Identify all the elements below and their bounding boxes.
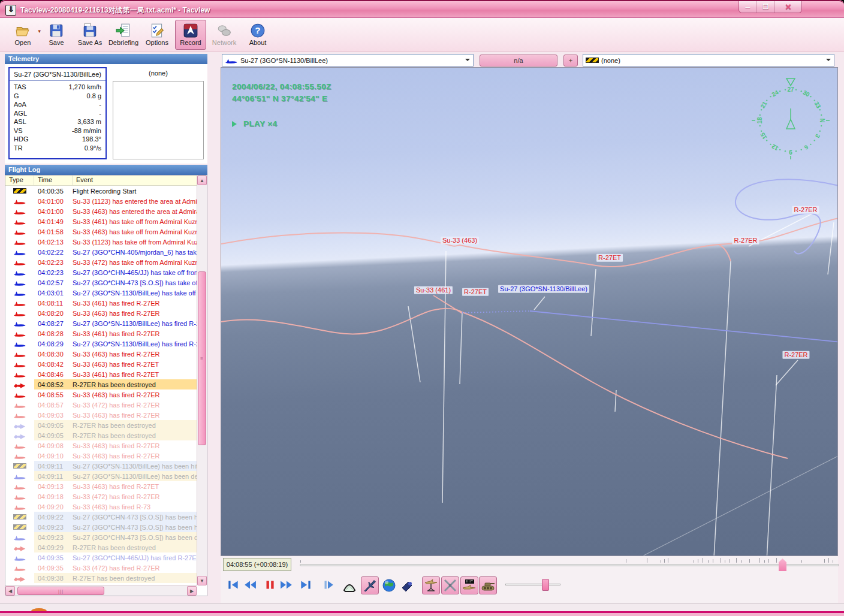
record-button[interactable]: Record (175, 20, 206, 50)
na-button[interactable]: n/a (480, 55, 557, 67)
fast-forward-button[interactable] (278, 576, 295, 593)
log-row[interactable]: 04:09:22Su-27 (3GO*CHN-473 [S.O.S]) has … (5, 512, 197, 522)
log-row[interactable]: 04:00:35Flight Recording Start (5, 186, 197, 196)
close-button[interactable]: ✕ (775, 1, 801, 13)
log-row[interactable]: 04:09:11Su-27 (3GO*SN-1130/BillLee) has … (5, 471, 197, 481)
horizontal-scroll-thumb[interactable]: ||| (17, 587, 104, 595)
object-label[interactable]: R-27ER (782, 351, 809, 359)
log-row[interactable]: 04:08:27Su-27 (3GO*SN-1130/BillLee) has … (5, 318, 197, 328)
pause-button[interactable] (261, 576, 278, 593)
object-label[interactable]: R-27ET (596, 254, 623, 262)
object-label[interactable]: R-27ER (792, 206, 819, 214)
log-row[interactable]: 04:09:18Su-33 (472) has fired R-27ER (5, 491, 197, 502)
cockpit-view-toggle[interactable] (340, 576, 358, 594)
timeline-handle[interactable] (779, 558, 786, 571)
speed-slider-track[interactable] (505, 584, 560, 585)
debriefing-button[interactable]: Debriefing (108, 20, 139, 50)
log-row[interactable]: 04:08:11Su-33 (461) has fired R-27ER (5, 298, 197, 308)
log-row[interactable]: 04:09:03Su-33 (463) has fired R-27ER (5, 410, 197, 420)
log-row-content: 04:09:29R-27ER has been destroyed (34, 542, 197, 552)
timeline-track[interactable] (300, 564, 839, 566)
log-row[interactable]: 04:08:57Su-33 (472) has fired R-27ER (5, 400, 197, 410)
scroll-left-button[interactable]: ◀ (5, 586, 15, 596)
globe-view-toggle[interactable] (380, 576, 398, 594)
log-row[interactable]: 04:09:38R-27ET has been destroyed (5, 573, 197, 583)
scroll-down-button[interactable]: ▼ (197, 576, 207, 585)
log-row[interactable]: 04:03:01Su-27 (3GO*SN-1130/BillLee) has … (5, 288, 197, 298)
log-row[interactable]: 04:09:05R-27ER has been destroyed (5, 420, 197, 430)
object-label[interactable]: R-27ER (732, 237, 759, 244)
show-vehicles-toggle[interactable] (479, 576, 497, 594)
log-row[interactable]: 04:09:10Su-33 (463) has fired R-27ER (5, 451, 197, 461)
rewind-button[interactable] (242, 576, 258, 593)
column-time[interactable]: Time (34, 176, 73, 185)
log-row[interactable]: 04:02:23Su-27 (3GO*CHN-465/JJ) has take … (5, 267, 197, 277)
log-row[interactable]: 04:08:55Su-33 (463) has fired R-27ER (5, 389, 197, 400)
log-row[interactable]: 04:09:05R-27ER has been destroyed (5, 430, 197, 440)
about-button[interactable]: ?About (242, 20, 273, 50)
object-label[interactable]: R-27ET (462, 288, 489, 296)
telemetry-object-box[interactable]: Su-27 (3GO*SN-1130/BillLee) TAS1,270 km/… (8, 67, 107, 159)
log-row[interactable]: 04:01:00Su-33 (1123) has entered the are… (5, 196, 197, 206)
log-row[interactable]: 04:08:42Su-33 (463) has fired R-27ET (5, 359, 197, 369)
scroll-up-button[interactable]: ▲ (197, 176, 207, 185)
log-row[interactable]: 04:09:23Su-27 (3GO*CHN-473 [S.O.S]) has … (5, 532, 197, 542)
log-row[interactable]: 04:08:30Su-33 (463) has fired R-27ER (5, 349, 197, 359)
title-bar[interactable]: Tacview-20080419-211613对战第一局.txt.acmi* -… (0, 0, 844, 18)
flight-log-column-headers[interactable]: Type Time Event (5, 176, 197, 186)
log-row[interactable]: 04:08:28Su-33 (461) has fired R-27ER (5, 328, 197, 339)
log-row[interactable]: 04:08:29Su-27 (3GO*SN-1130/BillLee) has … (5, 339, 197, 349)
log-row[interactable]: 04:09:35Su-27 (3GO*CHN-465/JJ) has fired… (5, 552, 197, 563)
speed-slider-handle[interactable] (542, 579, 549, 591)
object-selector[interactable]: Su-27 (3GO*SN-1130/BillLee) (222, 54, 474, 67)
log-row[interactable]: 04:09:29R-27ER has been destroyed (5, 542, 197, 552)
column-event[interactable]: Event (73, 176, 197, 185)
column-type[interactable]: Type (5, 176, 34, 185)
log-row[interactable]: 04:09:11Su-27 (3GO*SN-1130/BillLee) has … (5, 461, 197, 471)
show-aircraft-toggle[interactable] (422, 576, 440, 594)
object-label[interactable]: Su-27 (3GO*SN-1130/BillLee) (498, 285, 589, 293)
log-row[interactable]: 04:01:49Su-33 (461) has take off from Ad… (5, 216, 197, 227)
log-row-content: 04:08:11Su-33 (461) has fired R-27ER (34, 298, 197, 308)
log-row[interactable]: 04:09:13Su-33 (463) has fired R-27ET (5, 481, 197, 491)
save-as-button[interactable]: Save As (74, 20, 106, 50)
vertical-scroll-thumb[interactable]: ≡ (198, 271, 206, 445)
options-button[interactable]: Options (141, 20, 173, 50)
log-row[interactable]: 04:02:13Su-33 (1123) has take off from A… (5, 237, 197, 247)
minimize-button[interactable]: ─ (739, 1, 757, 13)
show-carriers-toggle[interactable] (460, 576, 478, 594)
object-label[interactable]: Su-33 (463) (441, 237, 479, 244)
skip-start-button[interactable] (225, 576, 242, 593)
camera-view-toggle[interactable] (399, 576, 417, 594)
save-button[interactable]: Save (41, 20, 72, 50)
log-row[interactable]: 04:02:57Su-27 (3GO*CHN-473 [S.O.S]) has … (5, 277, 197, 288)
log-row[interactable]: 04:01:58Su-33 (463) has take off from Ad… (5, 227, 197, 237)
log-row[interactable]: 04:08:46Su-33 (461) has fired R-27ET (5, 369, 197, 379)
telemetry-secondary-box[interactable]: (none) (113, 67, 204, 159)
step-forward-button[interactable] (319, 576, 336, 593)
horizontal-scrollbar[interactable]: ◀ ||| ▶ (5, 585, 197, 596)
restore-button[interactable]: ❐ (757, 1, 775, 13)
network-icon (216, 23, 232, 38)
network-button[interactable]: Network (209, 20, 240, 50)
log-row[interactable]: 04:08:20Su-33 (463) has fired R-27ER (5, 308, 197, 318)
log-row[interactable]: 04:02:22Su-27 (3GO*CHN-405/mjordan_6) ha… (5, 247, 197, 257)
aircraft-view-toggle[interactable] (361, 576, 379, 594)
log-row[interactable]: 04:09:35Su-33 (472) has fired R-27ER (5, 563, 197, 573)
log-row[interactable]: 04:01:00Su-33 (463) has entered the area… (5, 206, 197, 216)
scroll-right-button[interactable]: ▶ (187, 586, 197, 596)
log-row[interactable]: 04:09:20Su-33 (463) has fired R-73 (5, 502, 197, 512)
object-label[interactable]: Su-33 (461) (414, 286, 453, 294)
secondary-object-selector[interactable]: (none) (583, 54, 834, 67)
log-row-selected[interactable]: 04:08:52R-27ER has been destroyed (5, 379, 197, 389)
show-debris-toggle[interactable] (441, 576, 459, 594)
3d-viewport[interactable]: 273033N3691215182124 2004/06/22, 04:08:5… (221, 67, 838, 556)
open-button[interactable]: Open▾ (7, 20, 38, 50)
log-row[interactable]: 04:09:23Su-27 (3GO*CHN-473 [S.O.S]) has … (5, 522, 197, 532)
options-label: Options (146, 39, 168, 46)
log-row[interactable]: 04:09:08Su-33 (463) has fired R-27ER (5, 440, 197, 451)
vertical-scrollbar[interactable]: ▲ ≡ ▼ (197, 176, 207, 585)
add-object-button[interactable]: + (563, 55, 578, 67)
log-row[interactable]: 04:02:23Su-33 (472) has take off from Ad… (5, 257, 197, 267)
skip-end-button[interactable] (297, 576, 314, 593)
